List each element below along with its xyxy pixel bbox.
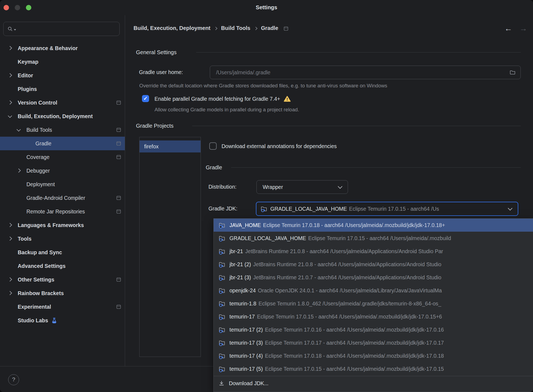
sidebar-item-build-tools[interactable]: Build Tools bbox=[0, 123, 125, 137]
jdk-option-detail: Eclipse Temurin 1.8.0_462 /Users/jalmeid… bbox=[259, 301, 441, 307]
jdk-option-jbr-21[interactable]: jbr-21JetBrains Runtime 21.0.8 - aarch64… bbox=[214, 245, 533, 258]
jdk-icon bbox=[218, 274, 226, 281]
jdk-option-name: temurin-17 (3) bbox=[229, 340, 263, 346]
sidebar-item-keymap[interactable]: Keymap bbox=[0, 55, 125, 69]
gradle-jdk-combo[interactable]: GRADLE_LOCAL_JAVA_HOME Eclipse Temurin 1… bbox=[256, 202, 518, 216]
search-options-caret-icon[interactable] bbox=[14, 29, 16, 30]
sidebar-item-label: Keymap bbox=[0, 59, 38, 65]
sidebar-item-build-execution-deployment[interactable]: Build, Execution, Deployment bbox=[0, 109, 125, 123]
sidebar-item-gradle-android-compiler[interactable]: Gradle-Android Compiler bbox=[0, 191, 125, 205]
distribution-value: Wrapper bbox=[257, 184, 338, 190]
search-input[interactable] bbox=[17, 26, 119, 32]
sidebar-item-label: Backup and Sync bbox=[0, 249, 62, 256]
sidebar-item-other-settings[interactable]: Other Settings bbox=[0, 273, 125, 286]
distribution-label: Distribution: bbox=[208, 184, 237, 190]
gradle-user-home-hint: Override the default location where Grad… bbox=[139, 83, 387, 89]
jdk-option-gradle-local-java-home[interactable]: GRADLE_LOCAL_JAVA_HOMEEclipse Temurin 17… bbox=[214, 232, 533, 245]
gradle-user-home-field[interactable]: /Users/jalmeida/.gradle bbox=[210, 66, 521, 79]
search-icon bbox=[7, 26, 13, 32]
jdk-option-name: temurin-17 bbox=[229, 314, 255, 320]
jdk-icon bbox=[218, 248, 226, 255]
sidebar-item-editor[interactable]: Editor bbox=[0, 69, 125, 82]
flask-icon bbox=[52, 318, 57, 324]
jdk-option-list: JAVA_HOMEEclipse Temurin 17.0.18 - aarch… bbox=[214, 219, 533, 375]
jdk-icon bbox=[218, 365, 226, 373]
jdk-option-name: JAVA_HOME bbox=[229, 222, 261, 228]
sidebar-item-label: Advanced Settings bbox=[0, 263, 66, 269]
sidebar-item-languages-frameworks[interactable]: Languages & Frameworks bbox=[0, 218, 125, 232]
per-project-indicator-icon bbox=[116, 100, 121, 105]
jdk-option-temurin-17-3[interactable]: temurin-17 (3)Eclipse Temurin 17.0.17 - … bbox=[214, 336, 533, 349]
jdk-selected-detail: Eclipse Temurin 17.0.15 - aarch64 /Us bbox=[349, 206, 508, 212]
sidebar-divider bbox=[125, 15, 125, 366]
help-button[interactable]: ? bbox=[8, 374, 19, 385]
jdk-option-temurin-17-5[interactable]: temurin-17 (5)Eclipse Temurin 17.0.15 - … bbox=[214, 362, 533, 375]
sidebar-item-coverage[interactable]: Coverage bbox=[0, 150, 125, 164]
breadcrumb-segment[interactable]: Build Tools bbox=[221, 25, 250, 31]
sidebar-item-appearance-behavior[interactable]: Appearance & Behavior bbox=[0, 41, 125, 55]
jdk-option-java-home[interactable]: JAVA_HOMEEclipse Temurin 17.0.18 - aarch… bbox=[214, 219, 533, 232]
gradle-jdk-label: Gradle JDK: bbox=[208, 206, 237, 212]
jdk-icon bbox=[218, 339, 226, 347]
sidebar-item-gradle[interactable]: Gradle bbox=[0, 137, 125, 150]
per-project-indicator-icon bbox=[116, 128, 121, 132]
jdk-option-temurin-17-4[interactable]: temurin-17 (4)Eclipse Temurin 17.0.18 - … bbox=[214, 349, 533, 362]
gradle-section-header: Gradle bbox=[206, 164, 222, 171]
sidebar-item-debugger[interactable]: Debugger bbox=[0, 164, 125, 177]
jdk-option-name: GRADLE_LOCAL_JAVA_HOME bbox=[229, 235, 306, 241]
jdk-selected-name: GRADLE_LOCAL_JAVA_HOME bbox=[270, 206, 347, 212]
sidebar-item-label: Build Tools bbox=[0, 127, 52, 133]
jdk-option-detail: JetBrains Runtime 21.0.8 - aarch64 /User… bbox=[245, 248, 443, 255]
distribution-combo[interactable]: Wrapper bbox=[256, 180, 348, 194]
back-arrow-icon[interactable]: ← bbox=[504, 24, 512, 33]
sidebar-item-version-control[interactable]: Version Control bbox=[0, 96, 125, 109]
settings-search[interactable] bbox=[3, 22, 120, 36]
sidebar-item-deployment[interactable]: Deployment bbox=[0, 177, 125, 191]
browse-folder-icon[interactable] bbox=[510, 70, 516, 75]
jdk-icon bbox=[218, 261, 226, 268]
chevron-down-icon bbox=[508, 206, 513, 210]
warning-icon bbox=[284, 96, 291, 102]
sidebar-item-experimental[interactable]: Experimental bbox=[0, 300, 125, 314]
download-icon bbox=[218, 380, 225, 387]
sidebar-item-remote-jar-repositories[interactable]: Remote Jar Repositories bbox=[0, 205, 125, 218]
window-title: Settings bbox=[0, 0, 533, 15]
jdk-option-temurin-1-8[interactable]: temurin-1.8Eclipse Temurin 1.8.0_462 /Us… bbox=[214, 297, 533, 310]
jdk-option-detail: Eclipse Temurin 17.0.18 - aarch64 /Users… bbox=[265, 353, 444, 359]
parallel-fetching-hint: Allow collecting Gradle models in parall… bbox=[155, 107, 299, 113]
per-project-indicator-icon bbox=[116, 155, 121, 159]
sidebar-item-plugins[interactable]: Plugins bbox=[0, 82, 125, 96]
sidebar-item-label: Plugins bbox=[0, 86, 37, 92]
jdk-option-temurin-17[interactable]: temurin-17Eclipse Temurin 17.0.15 - aarc… bbox=[214, 310, 533, 323]
sidebar-item-advanced-settings[interactable]: Advanced Settings bbox=[0, 259, 125, 273]
jdk-option-openjdk-24[interactable]: openjdk-24Oracle OpenJDK 24.0.1 - aarch6… bbox=[214, 284, 533, 297]
jdk-icon bbox=[218, 222, 226, 229]
breadcrumb-segment[interactable]: Build, Execution, Deployment bbox=[134, 25, 210, 31]
sidebar-item-studio-labs[interactable]: Studio Labs bbox=[0, 314, 125, 327]
parallel-fetching-checkbox[interactable] bbox=[142, 95, 149, 102]
jdk-option-name: temurin-17 (5) bbox=[229, 366, 263, 372]
popup-divider bbox=[214, 376, 533, 376]
breadcrumb: Build, Execution, Deployment Build Tools… bbox=[134, 25, 288, 31]
sidebar-item-tools[interactable]: Tools bbox=[0, 232, 125, 246]
sidebar-item-rainbow-brackets[interactable]: Rainbow Brackets bbox=[0, 286, 125, 300]
jdk-icon bbox=[218, 326, 226, 333]
per-project-indicator-icon bbox=[284, 26, 288, 31]
sidebar-item-label: Remote Jar Repositories bbox=[0, 209, 85, 215]
project-list-item[interactable]: firefox bbox=[140, 140, 201, 152]
jdk-option-detail: Eclipse Temurin 17.0.15 - aarch64 /Users… bbox=[257, 314, 442, 320]
jdk-option-name: temurin-17 (2) bbox=[229, 327, 263, 333]
gradle-projects-header: Gradle Projects bbox=[136, 123, 174, 129]
jdk-option-jbr-21-3[interactable]: jbr-21 (3)JetBrains Runtime 21.0.7 - aar… bbox=[214, 271, 533, 284]
jdk-option-temurin-17-2[interactable]: temurin-17 (2)Eclipse Temurin 17.0.16 - … bbox=[214, 323, 533, 336]
jdk-option-jbr-21-2[interactable]: jbr-21 (2)JetBrains Runtime 21.0.8 - aar… bbox=[214, 258, 533, 271]
jdk-icon bbox=[218, 300, 226, 307]
per-project-indicator-icon bbox=[116, 277, 121, 282]
breadcrumb-segment[interactable]: Gradle bbox=[261, 25, 278, 31]
forward-arrow-icon[interactable]: → bbox=[519, 24, 527, 33]
sidebar-item-backup-and-sync[interactable]: Backup and Sync bbox=[0, 246, 125, 259]
parallel-fetching-label: Enable parallel Gradle model fetching fo… bbox=[155, 95, 291, 102]
per-project-indicator-icon bbox=[116, 141, 121, 146]
download-annotations-checkbox[interactable] bbox=[209, 142, 217, 150]
download-jdk-item[interactable]: Download JDK... bbox=[214, 377, 533, 390]
